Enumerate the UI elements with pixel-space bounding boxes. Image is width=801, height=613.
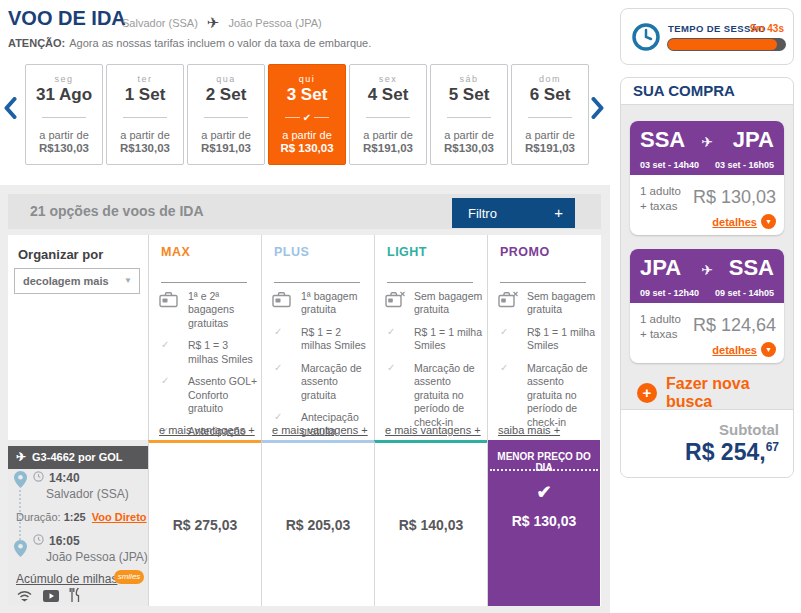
sort-dropdown[interactable]: decolagem mais ▼ xyxy=(14,268,140,294)
direct-flight-link[interactable]: Voo Direto xyxy=(92,511,147,523)
learn-more-link[interactable]: saiba mais + xyxy=(498,424,560,436)
details-link[interactable]: detalhes xyxy=(712,344,757,356)
carousel-prev-button[interactable] xyxy=(3,97,17,119)
caret-down-icon: ▼ xyxy=(124,276,132,285)
carousel-next-button[interactable] xyxy=(591,97,605,119)
more-benefits-link[interactable]: e mais vantagens + xyxy=(385,424,481,436)
new-search-button[interactable]: + Fazer nova busca xyxy=(637,375,793,411)
more-benefits-link[interactable]: e mais vantagens + xyxy=(272,424,368,436)
benefit-text: R$ 1 = 2 milhas Smiles xyxy=(301,326,371,353)
date-card-1[interactable]: ter 1 Set ✔ a partir de R$130,03 xyxy=(106,64,184,165)
date-card-2[interactable]: qua 2 Set ✔ a partir de R$191,03 xyxy=(187,64,265,165)
benefit-item: ✓ R$ 1 = 1 milha Smiles xyxy=(498,326,597,353)
arrival-city: João Pessoa (JPA) xyxy=(46,550,148,564)
page-title: VOO DE IDA xyxy=(8,7,126,30)
check-icon: ✔ xyxy=(488,481,600,503)
cart-item-price: R$ 124,64 xyxy=(693,315,776,336)
wifi-icon xyxy=(16,588,33,606)
left-column: Organizar por decolagem mais ▼ ✈G3-4662 … xyxy=(8,235,148,606)
route-origin: Salvador (SSA) xyxy=(122,17,198,29)
passenger-count: 1 adulto xyxy=(640,184,681,199)
duration-row: Duração: 1:25 Voo Direto xyxy=(16,511,147,523)
entertainment-icon xyxy=(43,588,59,606)
route-from-code: JPA xyxy=(640,255,681,281)
fares-panel: Organizar por decolagem mais ▼ ✈G3-4662 … xyxy=(8,235,601,606)
miles-accrual-link[interactable]: Acúmulo de milhas xyxy=(16,572,117,586)
smiles-badge: smiles xyxy=(114,570,144,584)
date-price: R$191,03 xyxy=(188,142,264,154)
cart-item-body: 1 adulto + taxas R$ 124,64 detalhes ▾ xyxy=(630,303,784,363)
benefit-item: ✓ R$ 1 = 3 milhas Smiles xyxy=(159,339,258,366)
divider xyxy=(500,282,586,283)
date-label: 2 Set xyxy=(188,85,264,105)
expand-details-button[interactable]: ▾ xyxy=(761,342,776,357)
price-prefix: a partir de xyxy=(188,129,264,141)
subtotal-price: R$ 254,67 xyxy=(685,439,779,466)
price-cell-light[interactable]: R$ 140,03 xyxy=(374,440,487,606)
price-prefix: a partir de xyxy=(269,129,345,141)
date-card-0[interactable]: seg 31 Ago ✔ a partir de R$130,03 xyxy=(25,64,103,165)
date-dow: qua xyxy=(188,74,264,84)
passenger-info: 1 adulto + taxas xyxy=(640,184,681,214)
map-pin-icon xyxy=(14,540,27,561)
check-icon: ✔ xyxy=(300,112,314,123)
price-cell-plus[interactable]: R$ 205,03 xyxy=(261,440,374,606)
results-header-bar: 21 opções de voos de IDA Filtro + xyxy=(8,194,601,229)
benefit-text: R$ 1 = 3 milhas Smiles xyxy=(188,339,258,366)
fare-name: LIGHT xyxy=(387,245,427,259)
arrival-time: 16:05 xyxy=(49,534,80,548)
date-card-6[interactable]: dom 6 Set ✔ a partir de R$191,03 xyxy=(511,64,589,165)
price-prefix: a partir de xyxy=(107,129,183,141)
attention-label: ATENÇÃO: xyxy=(8,37,65,49)
cart-item-price: R$ 130,03 xyxy=(693,187,776,208)
flight-results-page: VOO DE IDA Salvador (SSA) ✈ João Pessoa … xyxy=(0,0,801,613)
date-card-5[interactable]: sáb 5 Set ✔ a partir de R$130,03 xyxy=(430,64,508,165)
benefit-text: 1ª bagagem gratuita xyxy=(301,290,371,317)
subtotal-main: R$ 254, xyxy=(685,439,766,465)
more-benefits-link[interactable]: e mais vantagens + xyxy=(159,424,255,436)
check-icon: ✓ xyxy=(385,362,414,429)
benefit-item: ✓ Marcação de assento gratuita no períod… xyxy=(385,362,484,429)
date-label: 4 Set xyxy=(350,85,426,105)
clock-icon xyxy=(33,471,44,485)
check-icon: ✓ xyxy=(159,339,188,366)
departure-city: Salvador (SSA) xyxy=(46,487,129,501)
cart-item-route-header: JPA ✈ SSA 09 set - 12h40 09 set - 14h05 xyxy=(630,249,784,303)
divider xyxy=(274,282,360,283)
fare-price: R$ 205,03 xyxy=(286,517,351,533)
expand-details-button[interactable]: ▾ xyxy=(761,214,776,229)
check-icon: ✓ xyxy=(159,375,188,415)
date-price: R$191,03 xyxy=(512,142,588,154)
filter-button[interactable]: Filtro + xyxy=(452,198,575,228)
benefit-text: Marcação de assento gratuita xyxy=(301,362,371,402)
flight-info-cell: ✈G3-4662 por GOL 14:40 Salvador (SSA) xyxy=(8,440,148,606)
arrival-datetime: 03 set - 16h05 xyxy=(715,160,774,170)
price-cell-promo-selected[interactable]: MENOR PREÇO DO DIA ✔ R$ 130,03 xyxy=(487,440,600,606)
price-cell-max[interactable]: R$ 275,03 xyxy=(148,440,261,606)
plane-icon: ✈ xyxy=(701,134,713,150)
check-icon: ✓ xyxy=(272,362,301,402)
sort-label: Organizar por xyxy=(18,247,103,262)
baggage-icon xyxy=(159,290,188,330)
arrival-datetime: 09 set - 14h05 xyxy=(715,288,774,298)
date-price: R$191,03 xyxy=(350,142,426,154)
date-card-3-selected[interactable]: qui 3 Set ✔ a partir de R$ 130,03 xyxy=(268,64,346,165)
benefit-item: ✓ Marcação de assento gratuita xyxy=(272,362,371,402)
fare-column-light: LIGHT Sem bagagem gratuita ✓ R$ 1 = 1 mi… xyxy=(374,235,487,440)
date-label: 1 Set xyxy=(107,85,183,105)
date-dow: qui xyxy=(269,74,345,84)
divider xyxy=(161,282,247,283)
benefit-item: Sem bagagem gratuita xyxy=(498,290,597,317)
details-link[interactable]: detalhes xyxy=(712,216,757,228)
fare-price: R$ 140,03 xyxy=(399,517,464,533)
fare-column-max: MAX 1ª e 2ª bagagens gratuitas ✓ R$ 1 = … xyxy=(148,235,261,440)
route-to-code: JPA xyxy=(733,127,774,153)
benefit-text: Marcação de assento gratuita no período … xyxy=(527,362,597,429)
fare-price: R$ 130,03 xyxy=(488,513,600,529)
dotted-divider xyxy=(490,469,598,471)
date-card-4[interactable]: sex 4 Set ✔ a partir de R$191,03 xyxy=(349,64,427,165)
date-label: 6 Set xyxy=(512,85,588,105)
benefit-item: 1ª bagagem gratuita xyxy=(272,290,371,317)
filter-label: Filtro xyxy=(468,206,497,221)
chevron-down-icon: ▾ xyxy=(766,345,770,354)
